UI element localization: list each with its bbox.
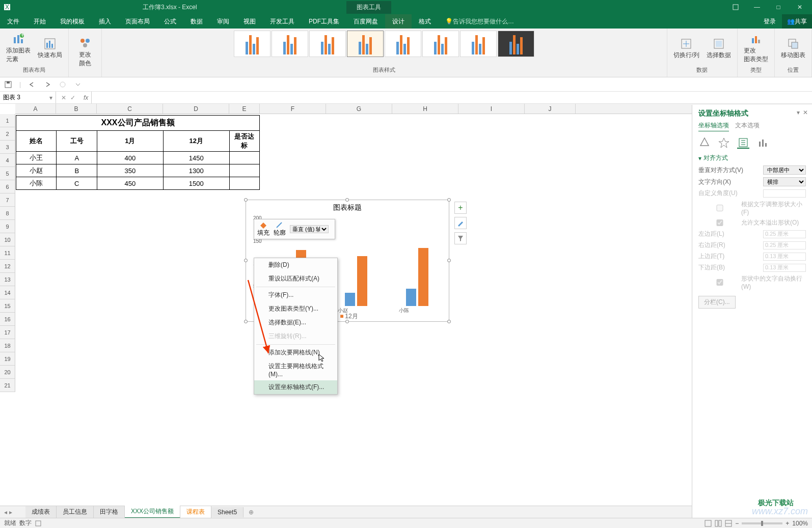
tab-developer[interactable]: 开发工具 <box>263 14 302 29</box>
size-props-icon[interactable] <box>737 136 749 149</box>
tab-templates[interactable]: 我的模板 <box>53 14 92 29</box>
sheet-tab-active[interactable]: XXX公司销售额 <box>125 506 180 518</box>
close-button[interactable]: ✕ <box>790 1 810 13</box>
share-button[interactable]: 👥 共享 <box>782 14 812 29</box>
style-tile[interactable] <box>498 31 534 57</box>
effects-icon[interactable] <box>718 136 730 149</box>
confirm-formula-icon[interactable]: ✓ <box>70 94 75 101</box>
view-page-icon[interactable] <box>715 520 722 527</box>
ctx-major-gridlines[interactable]: 设置主要网格线格式(M)... <box>254 359 337 380</box>
col-header[interactable]: D <box>163 104 229 114</box>
chart-styles-gallery[interactable] <box>234 31 534 57</box>
row-header[interactable]: 2 <box>0 127 15 141</box>
row-header[interactable]: 10 <box>0 233 15 246</box>
col-header[interactable]: I <box>458 104 525 114</box>
axis-select[interactable]: 垂直 (值) 轴 <box>290 225 329 233</box>
chart-plus-button[interactable]: + <box>454 202 467 214</box>
row-header[interactable]: 18 <box>0 339 15 352</box>
name-box[interactable]: 图表 3▾ <box>0 92 56 103</box>
style-tile[interactable] <box>272 31 308 57</box>
chart-brush-button[interactable] <box>454 217 467 229</box>
tab-pdf[interactable]: PDF工具集 <box>302 14 346 29</box>
panel-close-icon[interactable]: ✕ <box>803 109 808 116</box>
chevron-down-icon[interactable]: ▾ <box>49 94 52 101</box>
row-header[interactable]: 11 <box>0 246 15 260</box>
tab-baidu[interactable]: 百度网盘 <box>346 14 385 29</box>
view-break-icon[interactable] <box>725 520 732 527</box>
ribbon-options-icon[interactable] <box>725 1 746 13</box>
sheet-tab[interactable]: 田字格 <box>94 506 125 518</box>
row-header[interactable]: 7 <box>0 193 15 207</box>
style-tile[interactable] <box>422 31 459 57</box>
style-tile[interactable] <box>309 31 346 57</box>
style-tile[interactable] <box>385 31 421 57</box>
tab-formula[interactable]: 公式 <box>157 14 183 29</box>
switch-row-col-button[interactable]: 切换行/列 <box>671 37 701 61</box>
tab-insert[interactable]: 插入 <box>92 14 118 29</box>
col-header[interactable]: A <box>15 104 56 114</box>
tab-review[interactable]: 审阅 <box>210 14 236 29</box>
tab-nav-last-icon[interactable]: ▸ <box>9 509 12 516</box>
zoom-in[interactable]: + <box>786 520 789 527</box>
style-tile-selected[interactable] <box>347 31 384 57</box>
col-header[interactable]: C <box>97 104 163 114</box>
tab-data[interactable]: 数据 <box>183 14 210 29</box>
row-header[interactable]: 21 <box>0 379 15 392</box>
tab-file[interactable]: 文件 <box>0 14 26 29</box>
axis-options-link[interactable]: 坐标轴选项 <box>698 121 729 131</box>
tab-layout[interactable]: 页面布局 <box>118 14 157 29</box>
change-chart-type-button[interactable]: 更改 图表类型 <box>742 32 770 65</box>
row-header[interactable]: 12 <box>0 260 15 273</box>
style-tile[interactable] <box>460 31 497 57</box>
undo-icon[interactable] <box>28 80 36 89</box>
col-header[interactable]: F <box>260 104 326 114</box>
quick-layout-button[interactable]: 快速布局 <box>36 37 64 61</box>
row-header[interactable]: 9 <box>0 220 15 233</box>
row-header[interactable]: 16 <box>0 313 15 326</box>
fill-line-icon[interactable] <box>698 136 711 149</box>
col-header[interactable]: H <box>392 104 458 114</box>
row-header[interactable]: 3 <box>0 141 15 154</box>
change-colors-button[interactable]: 更改 颜色 <box>73 36 97 69</box>
row-header[interactable]: 1 <box>0 114 15 127</box>
axis-options-icon[interactable] <box>756 136 769 149</box>
col-header[interactable]: G <box>326 104 392 114</box>
save-icon[interactable] <box>4 80 12 89</box>
row-header[interactable]: 20 <box>0 366 15 379</box>
tab-home[interactable]: 开始 <box>26 14 53 29</box>
minimize-button[interactable]: — <box>747 1 767 13</box>
text-direction-select[interactable]: 横排 <box>763 177 806 186</box>
row-header[interactable]: 13 <box>0 273 15 286</box>
row-header[interactable]: 15 <box>0 299 15 313</box>
sheet-tab[interactable]: 员工信息 <box>57 506 94 518</box>
sheet-tab[interactable]: 成绩表 <box>25 506 57 518</box>
cancel-formula-icon[interactable]: ✕ <box>61 94 66 101</box>
fill-button[interactable]: 填充 <box>257 221 269 237</box>
sheet-tab[interactable]: Sheet5 <box>211 507 243 517</box>
ctx-format-axis[interactable]: 设置坐标轴格式(F)... <box>254 380 337 394</box>
zoom-slider[interactable] <box>742 522 782 524</box>
row-header[interactable]: 14 <box>0 286 15 299</box>
style-tile[interactable] <box>234 31 270 57</box>
valign-select[interactable]: 中部居中 <box>763 165 806 175</box>
tab-view[interactable]: 视图 <box>236 14 263 29</box>
ctx-delete[interactable]: 删除(D) <box>254 258 337 272</box>
sheet-tab[interactable]: 课程表 <box>180 506 211 518</box>
login-button[interactable]: 登录 <box>757 14 782 29</box>
tab-design[interactable]: 设计 <box>385 14 412 29</box>
alignment-section[interactable]: ▾ 对齐方式 <box>698 154 806 162</box>
col-header[interactable]: J <box>525 104 576 114</box>
col-header[interactable]: B <box>56 104 97 114</box>
tab-format[interactable]: 格式 <box>412 14 438 29</box>
text-options-link[interactable]: 文本选项 <box>735 121 760 131</box>
tell-me[interactable]: 💡 告诉我您想要做什么… <box>438 14 521 29</box>
col-header[interactable]: E <box>229 104 260 114</box>
tab-nav-first-icon[interactable]: ◂ <box>4 509 7 516</box>
ctx-font[interactable]: 字体(F)... <box>254 288 337 302</box>
row-header[interactable]: 19 <box>0 352 15 366</box>
chart-title[interactable]: 图表标题 <box>246 200 449 215</box>
maximize-button[interactable]: □ <box>768 1 789 13</box>
select-data-button[interactable]: 选择数据 <box>705 37 733 61</box>
chart-filter-button[interactable] <box>454 232 467 244</box>
zoom-level[interactable]: 100% <box>792 520 808 527</box>
